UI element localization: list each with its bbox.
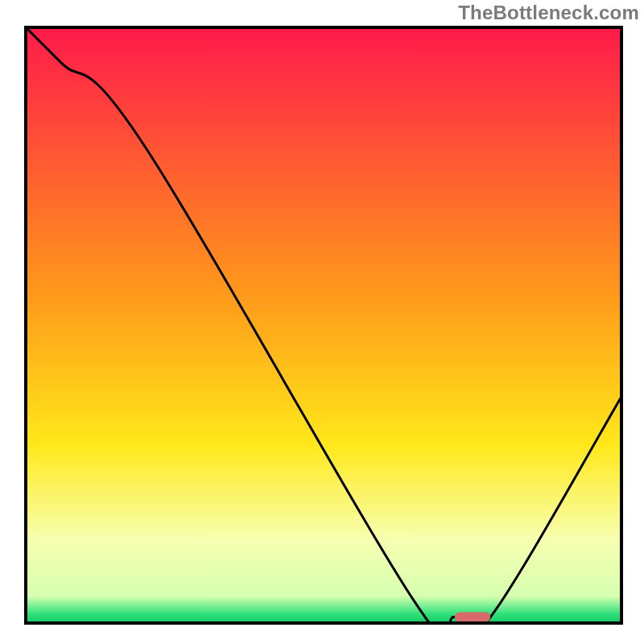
plot-background	[26, 27, 621, 623]
watermark-text: TheBottleneck.com	[458, 2, 639, 24]
bottleneck-chart	[0, 0, 644, 644]
chart-stage: TheBottleneck.com	[0, 0, 644, 644]
optimal-marker	[455, 613, 490, 622]
